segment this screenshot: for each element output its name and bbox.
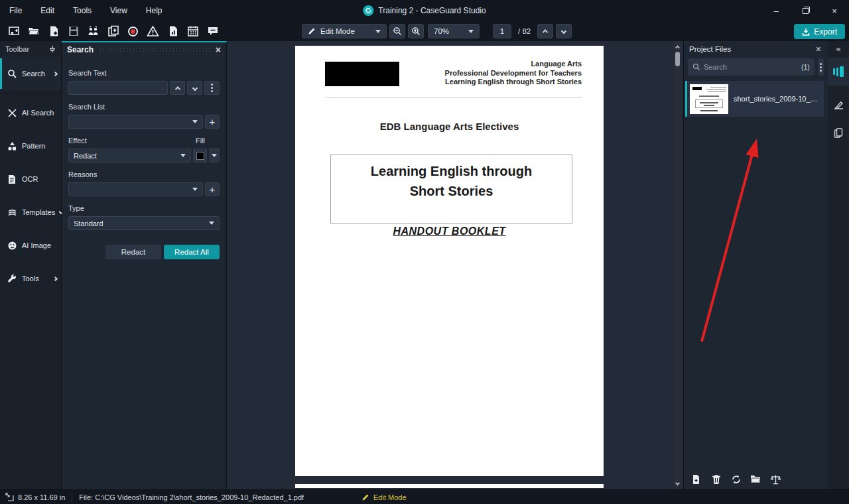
find-next-button[interactable] <box>187 81 202 95</box>
add-reason-button[interactable]: + <box>205 182 220 196</box>
project-files-menu-button[interactable] <box>818 58 824 76</box>
sidebar-header: Toolbar <box>0 41 61 57</box>
sidebar-item-ai-search[interactable]: AI Search <box>0 96 61 129</box>
scroll-down-button[interactable] <box>676 479 679 487</box>
ocr-document-icon <box>7 174 17 184</box>
ai-search-icon <box>7 107 17 118</box>
sidebar-item-pattern[interactable]: Pattern <box>0 129 61 162</box>
pin-icon[interactable] <box>49 46 56 52</box>
find-previous-button[interactable] <box>170 81 185 95</box>
box-title-line: Learning English through <box>331 164 572 179</box>
menu-file[interactable]: File <box>9 6 22 15</box>
page-number-input[interactable] <box>493 24 511 38</box>
compare-files-icon[interactable] <box>770 473 781 485</box>
minimize-icon[interactable]: – <box>761 0 791 21</box>
fill-label: Fill <box>196 137 220 145</box>
project-files-search-input[interactable] <box>704 63 798 71</box>
menu-edit[interactable]: Edit <box>40 6 54 15</box>
type-dropdown[interactable]: Standard <box>68 216 220 230</box>
restore-icon[interactable] <box>791 0 820 21</box>
stamp-tool-icon[interactable] <box>833 100 844 113</box>
report-icon[interactable] <box>166 25 179 38</box>
page-number-field[interactable] <box>493 27 511 35</box>
refresh-files-icon[interactable] <box>730 473 742 485</box>
fill-color-swatch[interactable] <box>193 149 207 162</box>
document-scrollbar[interactable] <box>674 41 681 489</box>
search-options-menu-button[interactable] <box>204 81 220 95</box>
page-header-text: Language Arts Professional Development f… <box>445 60 582 87</box>
close-icon[interactable]: × <box>816 44 821 54</box>
project-files-rail-button[interactable] <box>828 58 849 86</box>
open-folder-icon[interactable] <box>27 25 40 38</box>
sidebar-title: Toolbar <box>5 45 29 53</box>
file-list-item[interactable]: short_stories_2009-10_Re... <box>685 81 824 117</box>
zoom-out-button[interactable] <box>389 24 405 38</box>
sidebar-item-search[interactable]: Search <box>0 57 61 90</box>
menu-tools[interactable]: Tools <box>73 6 92 15</box>
project-files-search[interactable]: (1) <box>688 58 815 76</box>
add-search-list-button[interactable]: + <box>205 115 220 129</box>
header-line: Professional Development for Teachers <box>445 69 582 78</box>
type-label: Type <box>68 204 220 212</box>
comment-icon[interactable] <box>206 25 219 38</box>
project-files-panel: Project Files × (1) short_stories_2 <box>683 41 828 489</box>
effect-label: Effect <box>68 137 196 145</box>
main-toolbar: Edit Mode 70% / 82 Export <box>0 21 849 41</box>
file-name: short_stories_2009-10_Re... <box>734 95 821 103</box>
effect-value: Redact <box>74 152 180 160</box>
pages-icon <box>833 68 835 75</box>
kebab-menu-icon <box>211 87 213 89</box>
new-file-icon[interactable] <box>47 25 60 38</box>
calendar-icon[interactable] <box>186 25 199 38</box>
scroll-up-button[interactable] <box>676 42 679 50</box>
sidebar-item-templates[interactable]: Templates <box>0 196 61 229</box>
status-divider <box>72 493 72 502</box>
effect-dropdown[interactable]: Redact <box>68 149 191 162</box>
search-panel-header[interactable]: Search × <box>62 42 226 57</box>
reasons-dropdown[interactable] <box>68 182 203 196</box>
scrollbar-thumb[interactable] <box>675 52 680 66</box>
fill-color-dropdown[interactable] <box>209 149 220 162</box>
pdf-page[interactable]: Language Arts Professional Development f… <box>295 46 604 476</box>
chevron-down-icon <box>468 30 474 33</box>
close-icon[interactable]: × <box>820 0 849 21</box>
close-icon[interactable]: × <box>216 45 221 54</box>
menu-help[interactable]: Help <box>146 6 163 15</box>
document-viewer[interactable]: Language Arts Professional Development f… <box>227 41 683 489</box>
redaction-box[interactable] <box>325 62 399 86</box>
sidebar-item-ai-image[interactable]: AI Image <box>0 229 61 262</box>
menu-view[interactable]: View <box>110 6 127 15</box>
export-button[interactable]: Export <box>794 24 845 39</box>
zoom-level-dropdown[interactable]: 70% <box>428 24 480 38</box>
title-bar: File Edit Tools View Help Training 2 - C… <box>0 0 849 21</box>
paste-add-icon[interactable] <box>107 25 119 38</box>
sidebar-item-tools[interactable]: Tools <box>0 262 61 295</box>
redact-button[interactable]: Redact <box>105 245 161 259</box>
zoom-in-button[interactable] <box>408 24 424 38</box>
delete-file-icon[interactable] <box>710 473 722 485</box>
save-icon[interactable] <box>67 25 80 38</box>
search-text-input[interactable] <box>69 82 167 95</box>
collaborate-icon[interactable] <box>87 25 99 38</box>
next-page-edge <box>295 484 604 488</box>
toolbar-sidebar: Toolbar Search AI Search <box>0 41 62 489</box>
record-icon[interactable] <box>127 25 139 38</box>
drag-handle[interactable] <box>99 47 210 53</box>
redact-all-button[interactable]: Redact All <box>164 245 220 259</box>
search-list-dropdown[interactable] <box>68 115 203 129</box>
previous-page-button[interactable] <box>537 24 553 38</box>
collapse-panel-icon[interactable]: « <box>836 44 840 54</box>
chevron-down-icon <box>212 154 217 157</box>
alert-icon[interactable] <box>147 25 159 38</box>
next-page-button[interactable] <box>556 24 572 38</box>
new-project-icon[interactable] <box>7 25 20 38</box>
add-file-icon[interactable] <box>690 473 702 485</box>
right-rail: « <box>828 41 849 489</box>
mode-dropdown[interactable]: Edit Mode <box>302 24 387 38</box>
notes-clipboard-icon[interactable] <box>834 128 843 141</box>
main-content: Toolbar Search AI Search <box>0 41 849 489</box>
edit-mode-text: Edit Mode <box>373 493 407 501</box>
sidebar-item-label: Tools <box>22 275 39 283</box>
open-folder-icon[interactable] <box>750 473 761 485</box>
sidebar-item-ocr[interactable]: OCR <box>0 162 61 196</box>
